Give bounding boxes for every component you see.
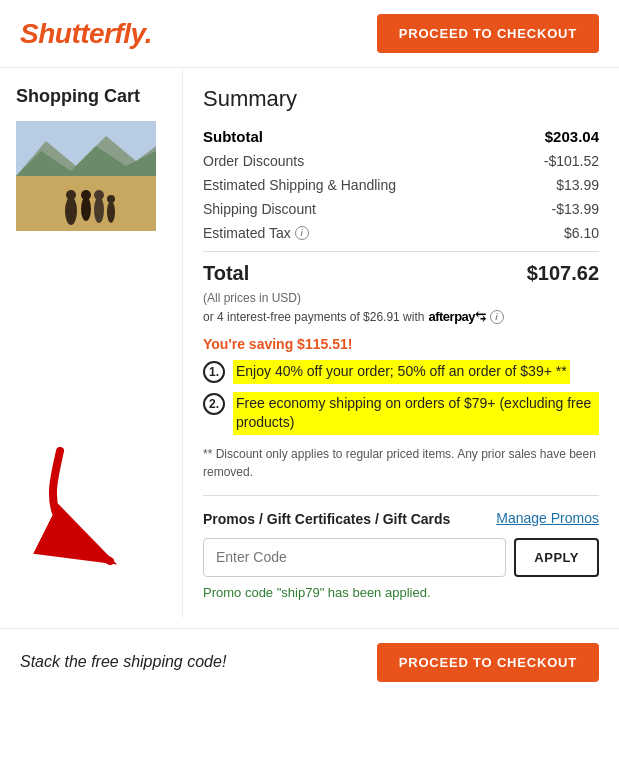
promo-highlight-2: Free economy shipping on orders of $79+ … <box>233 392 599 435</box>
promo-number-1: 1. <box>203 361 225 383</box>
header: Shutterfly. PROCEED TO CHECKOUT <box>0 0 619 68</box>
svg-point-5 <box>66 190 76 200</box>
svg-point-7 <box>81 190 91 200</box>
order-discounts-row: Order Discounts -$101.52 <box>203 153 599 169</box>
total-value: $107.62 <box>527 262 599 285</box>
tax-info-icon: i <box>295 226 309 240</box>
svg-point-6 <box>81 197 91 221</box>
footer-bar: Stack the free shipping code! PROCEED TO… <box>0 628 619 696</box>
afterpay-logo: afterpay⥃ <box>428 309 485 324</box>
promo-code-input[interactable] <box>203 538 506 577</box>
promo-number-2: 2. <box>203 393 225 415</box>
shipping-value: $13.99 <box>556 177 599 193</box>
header-checkout-button[interactable]: PROCEED TO CHECKOUT <box>377 14 599 53</box>
svg-point-4 <box>65 197 77 225</box>
footer-checkout-button[interactable]: PROCEED TO CHECKOUT <box>377 643 599 682</box>
summary-title: Summary <box>203 86 599 112</box>
disclaimer: ** Discount only applies to regular pric… <box>203 445 599 481</box>
logo: Shutterfly. <box>20 18 152 50</box>
cart-image-inner: AMERICAN WEST JULY 2019 <box>16 121 156 231</box>
promo-item-2: 2. Free economy shipping on orders of $7… <box>203 392 599 435</box>
sidebar-title: Shopping Cart <box>16 86 166 107</box>
shipping-discount-label: Shipping Discount <box>203 201 316 217</box>
svg-point-10 <box>107 201 115 223</box>
order-discounts-label: Order Discounts <box>203 153 304 169</box>
subtotal-row: Subtotal $203.04 <box>203 128 599 145</box>
promo-input-row: APPLY <box>203 538 599 577</box>
promo-highlight-1: Enjoy 40% off your order; 50% off an ord… <box>233 360 570 384</box>
total-row: Total $107.62 <box>203 262 599 285</box>
subtotal-label: Subtotal <box>203 128 263 145</box>
shipping-label: Estimated Shipping & Handling <box>203 177 396 193</box>
promos-header: Promos / Gift Certificates / Gift Cards … <box>203 510 599 528</box>
tax-row: Estimated Tax i $6.10 <box>203 225 599 241</box>
subtotal-value: $203.04 <box>545 128 599 145</box>
cart-scene-svg <box>16 121 156 231</box>
usd-note: (All prices in USD) <box>203 291 599 305</box>
total-label: Total <box>203 262 249 285</box>
svg-point-11 <box>107 195 115 203</box>
shipping-row: Estimated Shipping & Handling $13.99 <box>203 177 599 193</box>
saving-text: You're saving $115.51! <box>203 336 599 352</box>
apply-button[interactable]: APPLY <box>514 538 599 577</box>
tax-label: Estimated Tax <box>203 225 291 241</box>
main-layout: Shopping Cart AMERICAN WEST JULY 2019 <box>0 68 619 618</box>
footer-stack-text: Stack the free shipping code! <box>20 653 226 671</box>
svg-point-8 <box>94 197 104 223</box>
cart-image: AMERICAN WEST JULY 2019 <box>16 121 156 231</box>
afterpay-row: or 4 interest-free payments of $26.91 wi… <box>203 309 599 324</box>
svg-point-9 <box>94 190 104 200</box>
afterpay-info-icon: i <box>490 310 504 324</box>
sidebar: Shopping Cart AMERICAN WEST JULY 2019 <box>0 68 182 249</box>
manage-promos-link[interactable]: Manage Promos <box>496 510 599 526</box>
promos-section: Promos / Gift Certificates / Gift Cards … <box>203 495 599 600</box>
afterpay-text: or 4 interest-free payments of $26.91 wi… <box>203 310 424 324</box>
content: Summary Subtotal $203.04 Order Discounts… <box>182 68 619 618</box>
shipping-discount-value: -$13.99 <box>552 201 599 217</box>
order-discounts-value: -$101.52 <box>544 153 599 169</box>
divider <box>203 251 599 252</box>
promo-applied-text: Promo code "ship79" has been applied. <box>203 585 599 600</box>
promos-label: Promos / Gift Certificates / Gift Cards <box>203 510 450 528</box>
promo-item-1: 1. Enjoy 40% off your order; 50% off an … <box>203 360 599 384</box>
tax-value: $6.10 <box>564 225 599 241</box>
shipping-discount-row: Shipping Discount -$13.99 <box>203 201 599 217</box>
